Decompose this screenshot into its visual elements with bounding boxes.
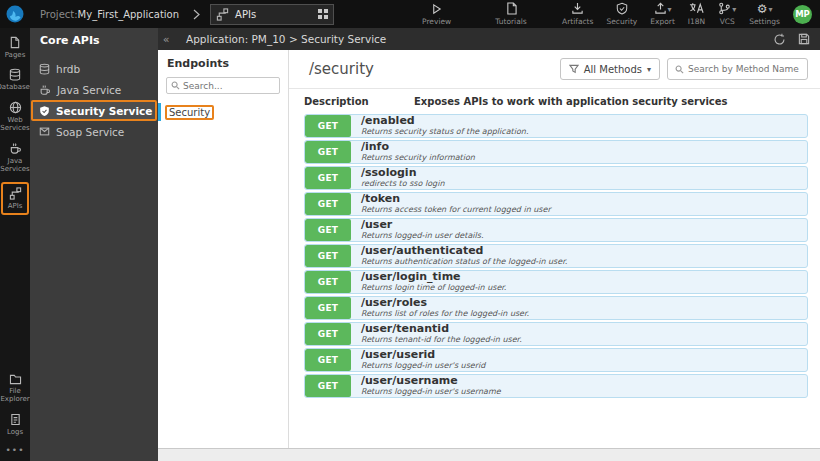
grid-icon[interactable] [318, 9, 328, 19]
core-api-label: hrdb [56, 63, 80, 75]
method-badge[interactable]: GET [305, 375, 351, 397]
save-button[interactable] [798, 33, 810, 45]
method-badge[interactable]: GET [305, 167, 351, 189]
sidebar-item-pages[interactable]: Pages [1, 36, 29, 59]
description-label: Description [304, 96, 414, 107]
sidebar-item-apis[interactable]: APIs [1, 182, 29, 214]
search-icon [675, 65, 684, 74]
core-api-label: Security Service [56, 105, 152, 117]
project-breadcrumb: Project:My_First_Application [40, 9, 179, 20]
application-breadcrumb: Application: PM_10 > Security Service [186, 33, 386, 45]
preview-button[interactable]: Preview [422, 2, 451, 26]
core-api-item-soap-service[interactable]: Soap Service [30, 121, 158, 142]
endpoint-path: /info [361, 141, 475, 154]
apis-tab[interactable]: APIs [210, 4, 334, 25]
core-api-item-java-service[interactable]: Java Service [30, 79, 158, 100]
endpoint-row[interactable]: GET /user/authenticated Returns authenti… [304, 244, 808, 268]
sidebar-item-file-explorer[interactable]: File Explorer [1, 374, 29, 404]
endpoint-path: /enabled [361, 115, 528, 128]
more-options-button[interactable]: ••• [6, 445, 25, 455]
method-badge[interactable]: GET [305, 141, 351, 163]
description-text: Exposes APIs to work with application se… [414, 96, 728, 107]
sidebar-item-web-services[interactable]: Web Services [1, 101, 29, 133]
method-badge[interactable]: GET [305, 219, 351, 241]
method-badge[interactable]: GET [305, 245, 351, 267]
method-search-input[interactable] [688, 64, 800, 74]
globe-icon [9, 101, 22, 114]
method-badge[interactable]: GET [305, 349, 351, 371]
endpoint-row[interactable]: GET /enabled Returns security status of … [304, 114, 808, 138]
endpoints-panel: Endpoints Security [158, 50, 289, 448]
tutorials-button[interactable]: Tutorials [495, 2, 526, 26]
endpoint-description: Returns access token for current logged … [361, 205, 551, 215]
search-icon [171, 81, 180, 90]
method-badge[interactable]: GET [305, 115, 351, 137]
endpoint-row-text: /user/tenantid Returns tenant-id for the… [351, 323, 522, 345]
endpoint-description: Returns security status of the applicati… [361, 127, 528, 137]
export-button[interactable]: ▾ Export [650, 2, 675, 26]
sidebar-item-label: Pages [5, 51, 26, 59]
sidebar-item-label: File Explorer [0, 387, 29, 404]
security-button[interactable]: Security [606, 2, 637, 26]
endpoint-path: /user/userid [361, 349, 485, 362]
endpoint-description: Returns logged-in user's userid [361, 361, 485, 371]
sidebar-item-logs[interactable]: Logs [1, 413, 29, 436]
caret-down-icon: ▾ [768, 5, 772, 14]
endpoint-row-text: /user/userid Returns logged-in user's us… [351, 349, 485, 371]
artifacts-button[interactable]: Artifacts [562, 2, 593, 26]
endpoint-row[interactable]: GET /token Returns access token for curr… [304, 192, 808, 216]
endpoint-description: Returns list of roles for the logged-in … [361, 309, 529, 319]
api-node-icon [216, 8, 229, 21]
endpoint-row[interactable]: GET /user/tenantid Returns tenant-id for… [304, 322, 808, 346]
horizontal-scrollbar-track[interactable] [158, 448, 820, 461]
methods-filter-dropdown[interactable]: All Methods ▾ [560, 58, 660, 80]
caret-down-icon: ▾ [668, 5, 672, 14]
play-icon [431, 2, 442, 15]
method-search-box[interactable] [667, 58, 808, 80]
refresh-button[interactable] [773, 33, 786, 46]
sidebar-item-label: Java Services [0, 157, 30, 174]
vcs-button[interactable]: ▾ VCS [718, 2, 736, 26]
method-badge[interactable]: GET [305, 297, 351, 319]
top-bar: Project:My_First_Application APIs Previe… [0, 0, 820, 28]
collapse-panel-button[interactable]: « [158, 33, 174, 46]
core-api-item-hrdb[interactable]: hrdb [30, 58, 158, 79]
core-api-item-security-service[interactable]: Security Service [31, 100, 157, 121]
app-logo[interactable] [0, 0, 30, 28]
endpoint-row-text: /user/login_time Returns login time of l… [351, 271, 506, 293]
endpoint-row-text: /user/authenticated Returns authenticati… [351, 245, 567, 267]
endpoint-path: /user/authenticated [361, 245, 567, 258]
method-badge[interactable]: GET [305, 193, 351, 215]
download-icon [571, 2, 584, 15]
i18n-button[interactable]: I18N [688, 2, 705, 26]
endpoint-row-text: /info Returns security information [351, 141, 475, 163]
endpoints-search-box[interactable] [166, 77, 280, 94]
sidebar-item-java-services[interactable]: Java Services [1, 142, 29, 174]
method-badge[interactable]: GET [305, 271, 351, 293]
sidebar-item-label: Web Services [0, 116, 30, 133]
main-toolbar: /security All Methods ▾ [289, 50, 820, 89]
endpoint-row[interactable]: GET /ssologin redirects to sso login [304, 166, 808, 190]
translate-icon [689, 2, 704, 15]
wavemaker-logo-icon [6, 5, 24, 23]
endpoint-list-item[interactable]: Security [158, 103, 288, 121]
endpoint-path: /ssologin [361, 167, 444, 180]
user-avatar[interactable]: MP [793, 5, 812, 24]
endpoint-row[interactable]: GET /user/login_time Returns login time … [304, 270, 808, 294]
endpoint-row[interactable]: GET /info Returns security information [304, 140, 808, 164]
endpoint-row[interactable]: GET /user/roles Returns list of roles fo… [304, 296, 808, 320]
method-badge[interactable]: GET [305, 323, 351, 345]
endpoint-row[interactable]: GET /user/userid Returns logged-in user'… [304, 348, 808, 372]
caret-down-icon: ▾ [647, 65, 651, 74]
sidebar-item-databases[interactable]: Databases [1, 68, 29, 91]
endpoints-search-input[interactable] [183, 81, 275, 91]
endpoint-description: Returns tenant-id for the logged-in user… [361, 335, 522, 345]
endpoint-row[interactable]: GET /user Returns logged-in user details… [304, 218, 808, 242]
endpoint-row-text: /token Returns access token for current … [351, 193, 551, 215]
core-api-label: Soap Service [56, 126, 124, 138]
methods-filter-label: All Methods [584, 64, 642, 75]
endpoint-row[interactable]: GET /user/username Returns logged-in use… [304, 374, 808, 398]
chevron-right-icon [193, 9, 200, 20]
artifacts-label: Artifacts [562, 17, 593, 26]
settings-button[interactable]: ⚙ ▾ Settings [749, 2, 780, 26]
